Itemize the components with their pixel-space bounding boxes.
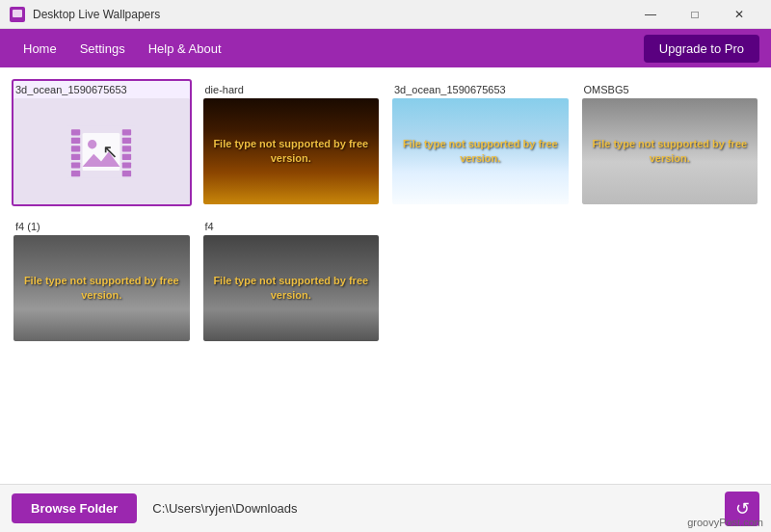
svg-rect-13 — [122, 146, 131, 151]
wallpaper-label: 3d_ocean_1590675653 — [392, 81, 569, 98]
svg-rect-11 — [122, 129, 131, 135]
svg-rect-5 — [71, 129, 80, 135]
wallpaper-thumbnail: File type not supported by free version. — [392, 98, 569, 204]
folder-path: C:\Users\ryjen\Downloads — [146, 501, 715, 516]
wallpaper-item-f4[interactable]: f4 File type not supported by free versi… — [201, 216, 382, 343]
browse-folder-button[interactable]: Browse Folder — [12, 493, 137, 523]
menu-bar: Home Settings Help & About Upgrade to Pr… — [0, 29, 771, 67]
menu-settings[interactable]: Settings — [68, 36, 137, 62]
wallpaper-item-3d-ocean-2[interactable]: 3d_ocean_1590675653 File type not suppor… — [390, 79, 571, 206]
unsupported-text: File type not supported by free version. — [392, 133, 569, 171]
unsupported-text: File type not supported by free version. — [582, 133, 758, 171]
svg-point-18 — [88, 140, 96, 148]
wallpaper-item-omsbg5[interactable]: OMSBG5 File type not supported by free v… — [580, 79, 760, 206]
svg-rect-3 — [16, 17, 18, 19]
wallpaper-label: f4 (1) — [13, 218, 190, 235]
bottom-bar: Browse Folder C:\Users\ryjen\Downloads ↺ — [0, 484, 771, 532]
unsupported-text: File type not supported by free version. — [13, 270, 190, 307]
app-icon — [10, 7, 25, 22]
svg-rect-16 — [122, 170, 131, 175]
upgrade-button[interactable]: Upgrade to Pro — [644, 35, 759, 63]
minimize-button[interactable]: — — [628, 0, 673, 29]
menu-help[interactable]: Help & About — [137, 36, 233, 62]
maximize-button[interactable]: □ — [673, 0, 717, 29]
title-bar: Desktop Live Wallpapers — □ ✕ — [0, 0, 771, 29]
wallpaper-item-die-hard[interactable]: die-hard File type not supported by free… — [201, 79, 382, 206]
wallpaper-thumbnail: ↖ — [13, 98, 190, 204]
svg-rect-14 — [122, 153, 131, 159]
svg-rect-12 — [122, 137, 131, 143]
window-controls: — □ ✕ — [628, 0, 761, 29]
wallpaper-label: OMSBG5 — [582, 81, 758, 98]
wallpaper-label: 3d_ocean_1590675653 — [13, 81, 190, 98]
menu-home[interactable]: Home — [12, 36, 68, 62]
wallpaper-grid: 3d_ocean_1590675653 — [12, 79, 759, 343]
wallpaper-thumbnail: File type not supported by free version. — [582, 98, 758, 204]
svg-rect-10 — [71, 170, 80, 175]
close-button[interactable]: ✕ — [717, 0, 761, 29]
main-content: 3d_ocean_1590675653 — [0, 67, 771, 484]
wallpaper-thumbnail: File type not supported by free version. — [203, 98, 380, 204]
svg-rect-15 — [122, 162, 131, 168]
wallpaper-label: f4 — [203, 218, 380, 235]
wallpaper-label: die-hard — [203, 81, 380, 98]
svg-rect-9 — [71, 162, 80, 168]
wallpaper-thumbnail: File type not supported by free version. — [203, 235, 380, 341]
svg-rect-1 — [13, 10, 22, 17]
svg-rect-6 — [71, 137, 80, 143]
unsupported-text: File type not supported by free version. — [203, 270, 380, 307]
wallpaper-thumbnail: File type not supported by free version. — [13, 235, 190, 341]
wallpaper-item-3d-ocean-1[interactable]: 3d_ocean_1590675653 — [12, 79, 192, 206]
refresh-button[interactable]: ↺ — [725, 492, 759, 526]
svg-rect-7 — [71, 146, 80, 151]
window-title: Desktop Live Wallpapers — [33, 8, 628, 21]
svg-rect-8 — [71, 153, 80, 159]
wallpaper-item-f4-1[interactable]: f4 (1) File type not supported by free v… — [12, 216, 192, 343]
unsupported-text: File type not supported by free version. — [203, 133, 380, 171]
